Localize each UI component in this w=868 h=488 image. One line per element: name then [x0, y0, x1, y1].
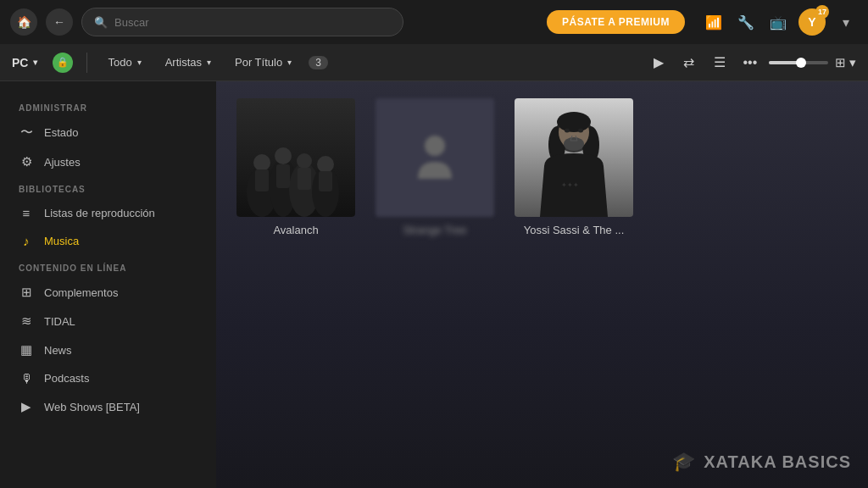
main-area: ADMINISTRAR 〜 Estado ⚙ Ajustes BIBLIOTEC…	[0, 81, 868, 488]
sidebar-item-listas[interactable]: ≡ Listas de reproducción	[0, 199, 216, 227]
watermark-text: XATAKA BASICS	[704, 452, 851, 472]
sidebar-section-admin: ADMINISTRAR	[0, 95, 216, 118]
musica-icon: ♪	[19, 234, 34, 248]
search-input[interactable]	[114, 16, 391, 29]
search-icon: 🔍	[94, 16, 108, 29]
svg-text:✦✦✦: ✦✦✦	[561, 181, 579, 189]
menu-button[interactable]: ▾	[834, 10, 858, 34]
sidebar-item-podcasts[interactable]: 🎙 Podcasts	[0, 364, 216, 392]
svg-rect-11	[298, 168, 311, 190]
notification-badge: Y 17	[798, 8, 826, 36]
svg-rect-10	[276, 164, 290, 188]
artist-name-avalanch: Avalanch	[273, 224, 318, 236]
svg-point-8	[317, 156, 334, 173]
cast-icon-button[interactable]: 📺	[766, 10, 790, 34]
divider	[86, 53, 87, 73]
play-button[interactable]: ▶	[647, 51, 670, 75]
sidebar-section-libraries: BIBLIOTECAS	[0, 176, 216, 199]
volume-slider[interactable]	[769, 61, 828, 64]
more-button[interactable]: •••	[738, 51, 762, 75]
grid-toggle-button[interactable]: ⊞ ▾	[835, 55, 856, 70]
webshows-icon: ▶	[19, 399, 34, 414]
svg-point-21	[565, 129, 570, 133]
lock-icon: 🔒	[53, 53, 73, 73]
complementos-icon: ⊞	[19, 285, 34, 300]
svg-rect-9	[255, 169, 269, 191]
filter-all-button[interactable]: Todo ▾	[101, 53, 147, 72]
artist-name-yossi: Yossi Sassi & The ...	[524, 224, 625, 236]
filter-all-label: Todo	[108, 56, 131, 69]
pc-chevron-icon: ▾	[33, 58, 37, 67]
filter-sort-label: Por Título	[235, 56, 282, 69]
artist-card-yossi[interactable]: ✦✦✦ Yossi Sassi & The ...	[515, 98, 633, 236]
svg-point-22	[578, 129, 583, 133]
settings-icon-button[interactable]: 🔧	[734, 10, 758, 34]
podcasts-icon: 🎙	[19, 371, 34, 385]
artist-placeholder-icon	[376, 98, 494, 217]
sidebar: ADMINISTRAR 〜 Estado ⚙ Ajustes BIBLIOTEC…	[0, 81, 216, 488]
filter-artists-button[interactable]: Artistas ▾	[159, 53, 218, 72]
artist-image-avalanch	[236, 98, 355, 217]
premium-button[interactable]: PÁSATE A PREMIUM	[547, 10, 685, 34]
activity-icon-button[interactable]: 📶	[702, 10, 726, 34]
content-area: Avalanch Strange Tree	[216, 81, 868, 488]
artist-grid: Avalanch Strange Tree	[236, 98, 848, 236]
shuffle-button[interactable]: ⇄	[677, 51, 701, 75]
count-badge: 3	[309, 56, 328, 69]
svg-point-20	[557, 112, 591, 132]
back-button[interactable]: ←	[46, 8, 73, 36]
artist-card-unknown[interactable]: Strange Tree	[376, 98, 494, 236]
news-icon: ▦	[19, 342, 34, 358]
home-button[interactable]: 🏠	[10, 8, 37, 36]
estado-icon: 〜	[19, 125, 34, 141]
sidebar-item-label: Estado	[44, 126, 78, 139]
sidebar-item-tidal[interactable]: ≋ TIDAL	[0, 307, 216, 336]
svg-point-5	[253, 154, 270, 171]
svg-point-19	[564, 137, 584, 151]
secondbar-right-controls: ▶ ⇄ ☰ ••• ⊞ ▾	[647, 51, 856, 75]
topbar: 🏠 ← 🔍 PÁSATE A PREMIUM 📶 🔧 📺 Y 17 ▾	[0, 0, 868, 44]
watermark-icon: 🎓	[672, 451, 695, 473]
sidebar-item-webshows[interactable]: ▶ Web Shows [BETA]	[0, 392, 216, 421]
sidebar-item-news[interactable]: ▦ News	[0, 336, 216, 364]
filter-all-chevron: ▾	[137, 58, 142, 67]
listas-icon: ≡	[19, 206, 34, 220]
filter-artists-label: Artistas	[165, 56, 202, 69]
artist-name-unknown: Strange Tree	[403, 224, 466, 236]
pc-label-text: PC	[12, 56, 28, 69]
volume-track	[769, 61, 828, 64]
sidebar-item-label: Ajustes	[44, 156, 81, 169]
search-bar: 🔍	[81, 8, 403, 36]
svg-rect-12	[319, 171, 332, 191]
sidebar-item-label: Listas de reproducción	[44, 207, 155, 219]
artist-card-avalanch[interactable]: Avalanch	[236, 98, 355, 236]
artist-image-unknown	[376, 98, 494, 217]
sidebar-section-online: CONTENIDO EN LÍNEA	[0, 255, 216, 278]
sidebar-item-label: Web Shows [BETA]	[44, 401, 140, 413]
sidebar-item-label: Podcasts	[44, 372, 89, 385]
sidebar-item-ajustes[interactable]: ⚙ Ajustes	[0, 147, 216, 176]
sidebar-item-musica[interactable]: ♪ Musica	[0, 227, 216, 255]
badge-count: 17	[815, 5, 829, 19]
sidebar-item-label: News	[44, 344, 72, 357]
sidebar-item-complementos[interactable]: ⊞ Complementos	[0, 278, 216, 307]
filter-sort-chevron: ▾	[287, 58, 292, 67]
secondary-toolbar: PC ▾ 🔒 Todo ▾ Artistas ▾ Por Título ▾ 3 …	[0, 44, 868, 81]
svg-point-7	[297, 153, 312, 169]
filter-artists-chevron: ▾	[207, 58, 211, 67]
watermark: 🎓 XATAKA BASICS	[672, 451, 851, 473]
pc-label[interactable]: PC ▾	[12, 56, 37, 69]
volume-knob	[796, 58, 806, 68]
svg-point-6	[275, 147, 292, 164]
artist-image-yossi: ✦✦✦	[515, 98, 633, 217]
topbar-right-actions: 📶 🔧 📺 Y 17 ▾	[702, 8, 858, 36]
tidal-icon: ≋	[19, 313, 34, 329]
filter-sort-button[interactable]: Por Título ▾	[228, 53, 298, 72]
ajustes-icon: ⚙	[19, 154, 34, 169]
sidebar-item-label: Complementos	[44, 286, 118, 299]
queue-button[interactable]: ☰	[708, 51, 732, 75]
sidebar-item-estado[interactable]: 〜 Estado	[0, 118, 216, 147]
svg-point-13	[425, 136, 445, 156]
sidebar-item-label: TIDAL	[44, 315, 75, 328]
sidebar-item-label: Musica	[44, 235, 79, 247]
